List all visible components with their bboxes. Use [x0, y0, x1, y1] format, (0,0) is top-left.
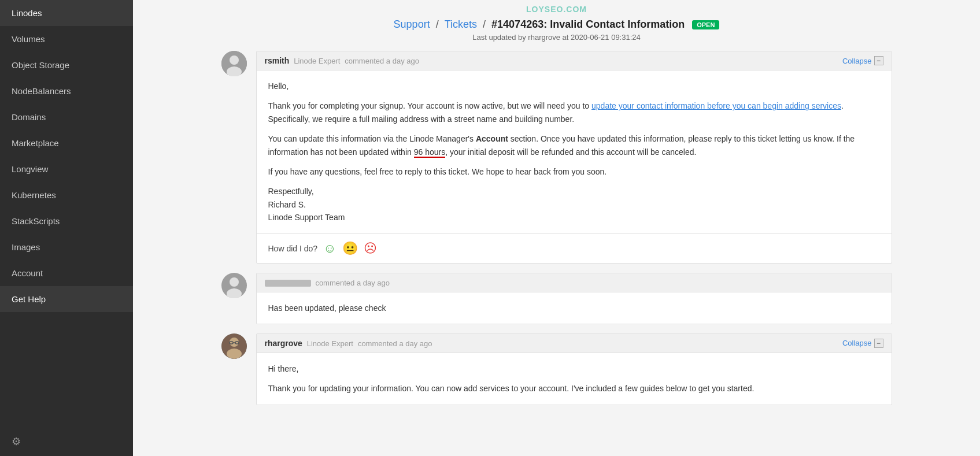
smiley-neutral[interactable]: 😐: [342, 241, 358, 256]
smiley-sad[interactable]: ☹: [364, 241, 377, 256]
breadcrumb-sep-1: /: [436, 18, 439, 30]
message-content-3: rhargrove Linode Expert commented a day …: [256, 333, 892, 405]
watermark: LOYSEO.COM: [133, 0, 980, 16]
sidebar-item-kubernetes[interactable]: Kubernetes: [0, 182, 133, 208]
collapse-button-1[interactable]: Collapse −: [842, 56, 883, 65]
collapse-label-1: Collapse: [842, 57, 872, 65]
support-link[interactable]: Support: [394, 18, 430, 30]
collapse-icon-1: −: [874, 56, 883, 65]
sidebar-item-images[interactable]: Images: [0, 234, 133, 260]
expert-label-1: Linode Expert: [294, 57, 340, 65]
message-content-1: rsmith Linode Expert commented a day ago…: [256, 51, 892, 264]
hours-highlight: 96 hours: [414, 147, 445, 158]
collapse-button-3[interactable]: Collapse −: [842, 339, 883, 348]
message-body-1: Hello, Thank you for completing your sig…: [257, 71, 892, 233]
sidebar-item-volumes[interactable]: Volumes: [0, 26, 133, 52]
sidebar-item-marketplace[interactable]: Marketplace: [0, 130, 133, 156]
avatar-rsmith: ◯: [221, 51, 247, 76]
sidebar-item-object-storage[interactable]: Object Storage: [0, 52, 133, 78]
msg3-p1: Hi there,: [268, 362, 880, 375]
page-header: Support / Tickets / #14074263: Invalid C…: [133, 16, 980, 45]
message-header-3: rhargrove Linode Expert commented a day …: [257, 334, 892, 353]
sidebar-item-get-help[interactable]: Get Help: [0, 286, 133, 312]
avatar-svg-rhargrove: [221, 333, 247, 359]
collapse-label-3: Collapse: [842, 339, 872, 347]
msg1-p5: Respectfully,Richard S.Linode Support Te…: [268, 185, 880, 224]
sidebar-item-linodes[interactable]: Linodes: [0, 0, 133, 26]
avatar-user: [221, 273, 247, 298]
msg1-p3: You can update this information via the …: [268, 132, 880, 158]
commenter-name-3: rhargrove: [265, 339, 302, 348]
breadcrumb: Support / Tickets / #14074263: Invalid C…: [145, 18, 968, 31]
sidebar-item-nodebalancers[interactable]: NodeBalancers: [0, 78, 133, 104]
avatar-rhargrove: [221, 333, 247, 359]
comment-time-3: commented a day ago: [358, 339, 432, 348]
sidebar-bottom: ⚙: [0, 427, 133, 456]
sidebar-item-longview[interactable]: Longview: [0, 156, 133, 182]
svg-point-1: [230, 55, 239, 65]
expert-label-3: Linode Expert: [307, 339, 353, 348]
last-updated: Last updated by rhargrove at 2020-06-21 …: [145, 33, 968, 42]
sidebar-item-account[interactable]: Account: [0, 260, 133, 286]
comment-time-2: commented a day ago: [315, 279, 390, 287]
message-body-2: Has been updated, please check: [257, 292, 892, 324]
ticket-title: #14074263: Invalid Contact Information: [491, 18, 685, 30]
message-header-1: rsmith Linode Expert commented a day ago…: [257, 51, 892, 71]
main-content: LOYSEO.COM Support / Tickets / #14074263…: [133, 0, 980, 456]
smiley-happy[interactable]: ☺: [323, 241, 336, 256]
message-header-2: commented a day ago: [257, 273, 892, 292]
contact-info-link[interactable]: update your contact information before y…: [591, 101, 841, 110]
avatar-svg-user: [221, 273, 247, 298]
ticket-container: ◯ rsmith Linode Expert commented a day a…: [210, 51, 904, 405]
message-content-2: commented a day ago Has been updated, pl…: [256, 273, 892, 324]
commenter-name-1: rsmith: [265, 56, 290, 65]
message-meta-3: rhargrove Linode Expert commented a day …: [265, 339, 432, 348]
msg3-p2: Thank you for updating your information.…: [268, 382, 880, 395]
status-badge: open: [692, 20, 719, 29]
comment-time-1: commented a day ago: [345, 57, 419, 65]
sidebar-item-domains[interactable]: Domains: [0, 104, 133, 130]
message-body-3: Hi there, Thank you for updating your in…: [257, 353, 892, 405]
blurred-name: [265, 280, 311, 287]
collapse-icon-3: −: [874, 339, 883, 348]
msg1-p1: Hello,: [268, 80, 880, 92]
msg1-p4: If you have any questions, feel free to …: [268, 165, 880, 178]
avatar-svg: [221, 51, 247, 76]
rating-label: How did I do?: [268, 244, 318, 253]
message-block-1: ◯ rsmith Linode Expert commented a day a…: [221, 51, 892, 264]
tickets-link[interactable]: Tickets: [445, 18, 477, 30]
rating-row: How did I do? ☺ 😐 ☹: [257, 233, 892, 263]
gear-icon: ⚙: [12, 435, 21, 448]
breadcrumb-sep-2: /: [483, 18, 486, 30]
message-block-3: rhargrove Linode Expert commented a day …: [221, 333, 892, 405]
sidebar-item-stackscripts[interactable]: StackScripts: [0, 208, 133, 234]
message-meta-2: commented a day ago: [265, 278, 390, 287]
svg-point-8: [227, 349, 242, 359]
msg2-p1: Has been updated, please check: [268, 302, 880, 314]
svg-point-7: [230, 338, 239, 347]
svg-point-4: [230, 277, 239, 287]
message-block-2: commented a day ago Has been updated, pl…: [221, 273, 892, 324]
msg1-p2: Thank you for completing your signup. Yo…: [268, 99, 880, 125]
sidebar: Linodes Volumes Object Storage NodeBalan…: [0, 0, 133, 456]
message-meta-1: rsmith Linode Expert commented a day ago: [265, 56, 419, 65]
